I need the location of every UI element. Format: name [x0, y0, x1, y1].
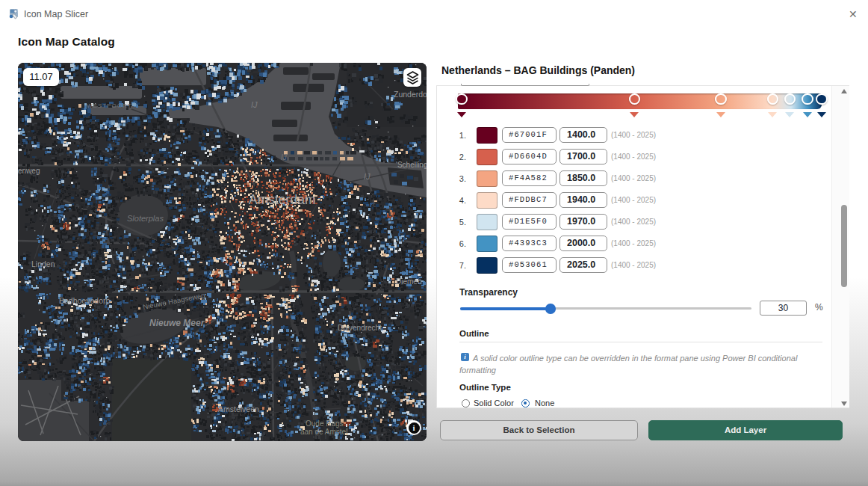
svg-text:IJ: IJ: [364, 172, 371, 181]
svg-text:Nieuwe Meer: Nieuwe Meer: [149, 318, 205, 328]
svg-text:aan de Amstel: aan de Amstel: [300, 428, 347, 436]
svg-text:Diemen: Diemen: [396, 277, 421, 286]
svg-text:Amstelveen: Amstelveen: [218, 405, 259, 413]
svg-text:Linden: Linden: [31, 259, 55, 268]
svg-text:Badhoevedorp: Badhoevedorp: [59, 296, 110, 305]
svg-text:'Schellingwou: 'Schellingwou: [396, 161, 427, 169]
svg-text:Sloterplas: Sloterplas: [127, 214, 164, 223]
svg-text:Amsterdam: Amsterdam: [249, 192, 315, 207]
svg-text:Duivendrecht: Duivendrecht: [338, 324, 382, 332]
svg-text:Oude Rags: Oude Rags: [306, 419, 344, 428]
svg-text:IJ: IJ: [251, 100, 258, 109]
svg-text:WESTPOORT: WESTPOORT: [87, 102, 131, 109]
svg-text:Zunderdorp: Zunderdorp: [394, 90, 427, 99]
svg-text:enweg: enweg: [18, 167, 40, 175]
svg-text:IJ: IJ: [281, 153, 288, 162]
